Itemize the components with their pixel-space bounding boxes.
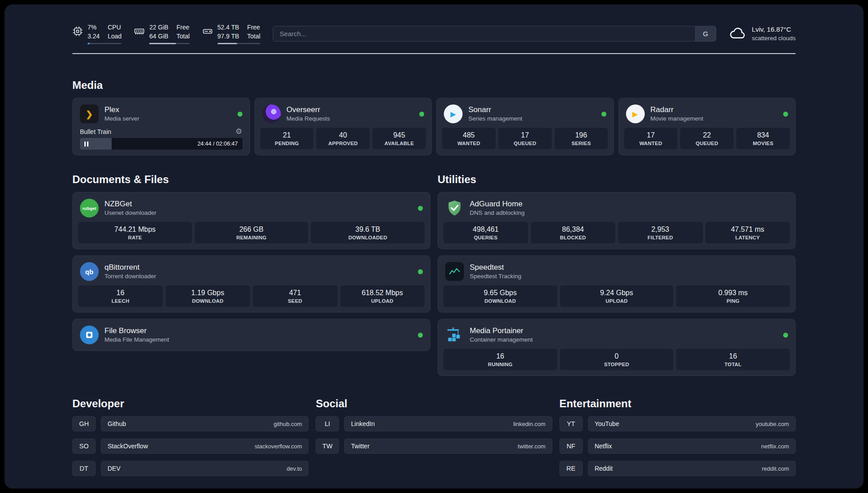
stat-label: AVAILABLE bbox=[374, 141, 424, 146]
link-row-stackoverflow: SO StackOverflow stackoverflow.com bbox=[72, 439, 309, 454]
stat-value: 16 bbox=[678, 352, 788, 360]
search-engine-button[interactable]: G bbox=[695, 26, 716, 41]
stat-tile: 1.19 Gbps DOWNLOAD bbox=[166, 285, 250, 307]
stat-value: 86,384 bbox=[533, 226, 614, 234]
stat-label: APPROVED bbox=[318, 141, 368, 146]
link-youtube[interactable]: YouTube youtube.com bbox=[588, 416, 796, 431]
documents-section-title: Documents & Files bbox=[72, 173, 430, 186]
app-card-speedtest[interactable]: Speedtest Speedtest Tracking 9.65 Gbps D… bbox=[438, 255, 796, 313]
pause-button[interactable] bbox=[84, 142, 88, 146]
stat-label: DOWNLOAD bbox=[167, 298, 249, 304]
app-name: qBittorrent bbox=[104, 263, 156, 272]
playback-time: 24:44 / 02:06:47 bbox=[197, 141, 238, 147]
stat-tile: 2,953 FILTERED bbox=[618, 222, 703, 243]
stat-value: 47.571 ms bbox=[707, 226, 789, 234]
stat-tile: 47.571 ms LATENCY bbox=[705, 222, 790, 243]
gear-icon[interactable]: ⚙ bbox=[235, 128, 242, 135]
link-name: DEV bbox=[108, 465, 121, 472]
app-card-adguard[interactable]: AdGuard Home DNS and adblocking 498,461 … bbox=[438, 192, 796, 249]
app-card-sonarr[interactable]: ▶ Sonarr Series management 485 WANTED bbox=[436, 98, 614, 155]
stat-tile: 0.993 ms PING bbox=[676, 285, 790, 307]
stat-tile: 21 PENDING bbox=[260, 128, 314, 149]
link-url: reddit.com bbox=[762, 465, 789, 472]
search-input[interactable] bbox=[273, 26, 695, 41]
app-description: Movie management bbox=[651, 115, 704, 123]
stat-label: LEECH bbox=[80, 298, 161, 304]
speedtest-graph-icon bbox=[445, 262, 464, 281]
link-name: Netflix bbox=[595, 443, 612, 450]
app-card-qbittorrent[interactable]: qb qBittorrent Torrent downloader 16 LEE… bbox=[72, 255, 430, 313]
stat-label: QUEUED bbox=[682, 141, 732, 146]
status-dot bbox=[783, 333, 788, 338]
chip-icon bbox=[72, 26, 83, 38]
app-name: Sonarr bbox=[468, 105, 522, 115]
stat-label: FILTERED bbox=[620, 235, 701, 240]
plex-icon: ❯ bbox=[80, 104, 99, 123]
link-url: netflix.com bbox=[761, 443, 789, 450]
section-social: Social LI LinkedIn linkedin.com TW Twitt… bbox=[316, 397, 552, 483]
app-name: Radarr bbox=[651, 105, 704, 115]
stat-value: 0.993 ms bbox=[678, 289, 788, 297]
weather-location: Lviv, 16.87°C bbox=[752, 25, 796, 34]
playback-progress-bar[interactable]: 24:44 / 02:06:47 bbox=[80, 138, 242, 150]
stat-value: 21 bbox=[262, 131, 312, 139]
link-reddit[interactable]: Reddit reddit.com bbox=[588, 461, 796, 476]
stat-value: 16 bbox=[445, 352, 555, 360]
stat-label: LATENCY bbox=[707, 235, 789, 240]
stat-value: 16 bbox=[80, 289, 161, 297]
stat-value: 196 bbox=[556, 131, 606, 139]
link-linkedin[interactable]: LinkedIn linkedin.com bbox=[344, 416, 552, 431]
link-github[interactable]: Github github.com bbox=[101, 416, 309, 431]
links-grid: Developer GH Github github.com SO StackO… bbox=[72, 397, 796, 483]
app-name: Speedtest bbox=[470, 263, 522, 272]
status-dot bbox=[783, 112, 788, 117]
stat-tile: 22 QUEUED bbox=[680, 128, 734, 149]
link-row-github: GH Github github.com bbox=[72, 416, 309, 431]
stat-value: 22 bbox=[682, 131, 732, 139]
cpu-percent: 7% bbox=[88, 23, 100, 32]
app-card-radarr[interactable]: ▶ Radarr Movie management 17 WANTED bbox=[618, 98, 796, 155]
app-name: AdGuard Home bbox=[470, 199, 525, 209]
link-row-linkedin: LI LinkedIn linkedin.com bbox=[316, 416, 552, 431]
stat-value: 945 bbox=[374, 131, 424, 139]
stat-tile: 9.24 Gbps UPLOAD bbox=[560, 285, 674, 307]
app-name: File Browser bbox=[104, 326, 169, 336]
ram-total-label: Total bbox=[176, 32, 190, 41]
cpu-load-label: Load bbox=[108, 32, 121, 41]
stat-tile: 834 MOVIES bbox=[736, 128, 790, 149]
disk-total-label: Total bbox=[247, 32, 261, 41]
link-stackoverflow[interactable]: StackOverflow stackoverflow.com bbox=[101, 439, 309, 454]
link-netflix[interactable]: Netflix netflix.com bbox=[588, 439, 796, 454]
link-twitter[interactable]: Twitter twitter.com bbox=[344, 439, 552, 454]
stat-tile: 485 WANTED bbox=[442, 128, 496, 149]
app-card-portainer[interactable]: Media Portainer Container management 16 … bbox=[438, 319, 796, 376]
stat-tile: 40 APPROVED bbox=[316, 128, 370, 149]
app-description: Media Requests bbox=[287, 115, 330, 123]
ram-monitor-body: 22 GiB 64 GiB Free Total bbox=[149, 23, 189, 44]
stat-label: RUNNING bbox=[445, 362, 555, 367]
link-abbr: LI bbox=[316, 416, 339, 431]
disk-monitor: 52.4 TB 97.9 TB Free Total bbox=[202, 23, 260, 44]
topbar: 7% 3.24 CPU Load bbox=[72, 4, 796, 44]
app-card-filebrowser[interactable]: File Browser Media File Management bbox=[72, 319, 430, 351]
app-description: DNS and adblocking bbox=[470, 209, 525, 217]
stat-tile: 196 SERIES bbox=[555, 128, 608, 149]
ram-free-label: Free bbox=[176, 23, 190, 32]
app-card-overseerr[interactable]: Overseerr Media Requests 21 PENDING 40 A… bbox=[255, 98, 432, 155]
cpu-load-value: 3.24 bbox=[88, 32, 100, 41]
ram-total-value: 64 GiB bbox=[149, 32, 168, 41]
stat-label: UPLOAD bbox=[562, 298, 672, 304]
app-card-nzbget[interactable]: nzbget NZBGet Usenet downloader 744.21 M… bbox=[72, 192, 430, 249]
cpu-label: CPU bbox=[108, 23, 121, 32]
stat-label: QUEUED bbox=[500, 141, 550, 146]
cpu-monitor-body: 7% 3.24 CPU Load bbox=[88, 23, 121, 44]
stat-value: 9.24 Gbps bbox=[562, 289, 672, 297]
stat-label: PENDING bbox=[262, 141, 312, 146]
stat-tile: 471 SEED bbox=[253, 285, 338, 307]
link-name: LinkedIn bbox=[351, 420, 375, 427]
weather-widget: Lviv, 16.87°C scattered clouds bbox=[729, 25, 796, 42]
stat-label: DOWNLOAD bbox=[445, 298, 555, 304]
link-dev[interactable]: DEV dev.to bbox=[101, 461, 309, 476]
section-documents: Documents & Files nzbget NZBGet Usenet d… bbox=[72, 173, 430, 376]
app-card-plex[interactable]: ❯ Plex Media server Bullet Train ⚙ bbox=[72, 98, 250, 155]
